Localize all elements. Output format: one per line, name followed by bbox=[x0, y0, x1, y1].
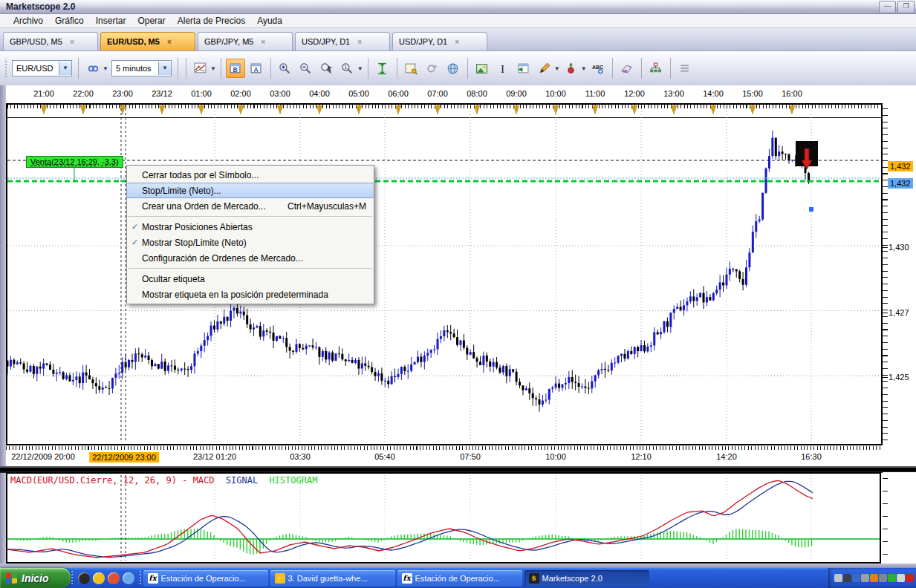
menu-item-operar[interactable]: Operar bbox=[131, 15, 171, 27]
taskbar-button-estaci-n-de-operacio-[interactable]: fxEstación de Operacio... bbox=[397, 570, 522, 587]
context-menu-item[interactable]: ✓Mostrar Stop/Limite (Neto) bbox=[127, 235, 374, 250]
eraser-button[interactable] bbox=[617, 59, 637, 78]
link-chain-button[interactable] bbox=[83, 59, 103, 78]
shield-icon[interactable] bbox=[888, 574, 896, 582]
toolbar-separator bbox=[221, 58, 221, 79]
bid-chart-toggle-button[interactable]: B bbox=[226, 59, 245, 78]
period-combo-dropdown-icon[interactable]: ▼ bbox=[158, 62, 171, 75]
zoom-custom-button[interactable]: 1 bbox=[338, 59, 357, 78]
chart-type-button[interactable] bbox=[191, 59, 210, 78]
menu-item-gráfico[interactable]: Gráfico bbox=[49, 15, 90, 27]
ask-chart-toggle-button[interactable]: A bbox=[247, 59, 266, 78]
tab-usd-jpy-d1[interactable]: USD/JPY, D1× bbox=[392, 32, 487, 50]
marketscope-window: Marketscope 2.0 — ❐ ArchivoGráficoInsert… bbox=[0, 0, 916, 588]
restore-button[interactable]: ❐ bbox=[897, 1, 915, 13]
toolbar-separator bbox=[397, 58, 397, 79]
label-abc-button[interactable]: ABC bbox=[588, 59, 608, 78]
insert-template-button[interactable] bbox=[514, 59, 533, 78]
price-marker-dropdown-icon[interactable]: ▼ bbox=[581, 65, 587, 72]
insert-text-button[interactable]: I bbox=[493, 59, 513, 78]
outlook-icon[interactable] bbox=[123, 572, 134, 584]
context-menu-item[interactable]: Cerrar todas por el Símbolo... bbox=[127, 167, 374, 183]
zoom-custom-dropdown-icon[interactable]: ▼ bbox=[357, 65, 363, 72]
toolbar-separator bbox=[641, 58, 642, 79]
volume-muted-icon[interactable] bbox=[861, 574, 869, 582]
check-icon: ✓ bbox=[131, 238, 142, 247]
price-axis-ticks bbox=[883, 108, 888, 441]
context-menu: Cerrar todas por el Símbolo...Stop/Limit… bbox=[126, 165, 374, 304]
context-menu-item[interactable]: ✓Mostrar Posiciones Abiertas bbox=[127, 219, 374, 235]
taskbar-button-estaci-n-de-operacio-[interactable]: fxEstación de Operacio... bbox=[143, 570, 268, 587]
menu-item-archivo[interactable]: Archivo bbox=[7, 15, 49, 27]
tab-close-icon[interactable]: × bbox=[167, 38, 172, 46]
fit-vertical-button[interactable] bbox=[373, 59, 392, 78]
price-axis[interactable]: 1,4301,4271,4251,4321,432 bbox=[883, 104, 916, 445]
symbol-combo-dropdown-icon[interactable]: ▼ bbox=[59, 62, 71, 75]
context-menu-item[interactable]: Mostrar etiqueta en la posición predeter… bbox=[127, 287, 374, 302]
network-error-icon[interactable] bbox=[852, 574, 860, 582]
svg-text:ABC: ABC bbox=[592, 64, 603, 69]
top-time-axis: 21:0022:0023:0023/1201:0002:0003:0004:00… bbox=[6, 87, 916, 103]
share-disabled-button[interactable] bbox=[423, 59, 442, 78]
position-price-badge: 1,432 bbox=[888, 161, 913, 172]
zoom-select-button[interactable] bbox=[317, 59, 337, 78]
taskbar-button-marketscope-2-0[interactable]: $Marketscope 2.0 bbox=[524, 570, 649, 587]
zoom-out-button[interactable] bbox=[296, 59, 316, 78]
chrome-icon[interactable] bbox=[108, 572, 120, 584]
start-button[interactable]: Inicio bbox=[0, 568, 71, 588]
context-menu-item-label: Ocultar etiqueta bbox=[142, 274, 205, 284]
taskbar-button-3-david-guetta-whe-[interactable]: ⚡3. David guetta-whe... bbox=[270, 570, 395, 587]
volume-icon[interactable] bbox=[870, 574, 878, 582]
alert-icon[interactable] bbox=[906, 574, 914, 582]
winamp-icon[interactable] bbox=[93, 572, 105, 584]
context-menu-item[interactable]: Configuración de Ordenes de Mercado... bbox=[127, 250, 374, 266]
chart-type-dropdown-icon[interactable]: ▼ bbox=[210, 65, 216, 72]
list-options-icon bbox=[678, 62, 691, 75]
tab-close-icon[interactable]: × bbox=[455, 38, 459, 46]
bottom-time-axis[interactable]: 22/12/2009 20:0022/12/2009 23:0023/12 01… bbox=[6, 446, 916, 466]
context-menu-item[interactable]: Crear una Orden de Mercado...Ctrl+Mayusc… bbox=[127, 198, 374, 214]
order-structure-button[interactable] bbox=[646, 59, 666, 78]
symbol-combo[interactable]: EUR/USD▼ bbox=[12, 60, 72, 76]
tab-gbp-jpy-m5[interactable]: GBP/JPY, M5× bbox=[198, 32, 293, 50]
display-icon[interactable] bbox=[834, 574, 842, 582]
draw-pencil-icon bbox=[538, 62, 550, 75]
tab-usd-jpy-d1[interactable]: USD/JPY, D1× bbox=[295, 32, 390, 50]
close-x-icon[interactable] bbox=[843, 574, 851, 582]
draw-pencil-dropdown-icon[interactable]: ▼ bbox=[554, 65, 560, 72]
tab-eur-usd-m5[interactable]: EUR/USD, M5× bbox=[100, 32, 195, 50]
bottom-axis-label: 16:30 bbox=[801, 452, 822, 461]
title-bar[interactable]: Marketscope 2.0 — ❐ bbox=[0, 0, 916, 14]
notes-key-button[interactable] bbox=[402, 59, 421, 78]
menu-item-alerta-de-precios[interactable]: Alerta de Precios bbox=[172, 15, 251, 27]
macd-pane[interactable] bbox=[6, 472, 881, 564]
web-globe-button[interactable] bbox=[444, 59, 463, 78]
context-menu-item[interactable]: Ocultar etiqueta bbox=[127, 271, 374, 287]
minimize-button[interactable]: — bbox=[879, 1, 896, 13]
tab-gbp-usd-m5[interactable]: GBP/USD, M5× bbox=[3, 32, 98, 50]
menu-item-ayuda[interactable]: Ayuda bbox=[251, 15, 288, 27]
tab-close-icon[interactable]: × bbox=[70, 38, 74, 46]
period-combo[interactable]: 5 minutos▼ bbox=[111, 60, 172, 76]
media-player-icon[interactable] bbox=[78, 572, 90, 584]
context-menu-shortcut: Ctrl+Mayusculas+M bbox=[273, 201, 366, 212]
signal-icon[interactable] bbox=[897, 574, 905, 582]
tab-close-icon[interactable]: × bbox=[357, 38, 362, 46]
insert-image-button[interactable] bbox=[472, 59, 492, 78]
open-position-label[interactable]: Venta(23/12 16:29, -3,3) bbox=[26, 156, 123, 168]
task-button-icon: $ bbox=[529, 573, 539, 584]
context-menu-item-label: Mostrar etiqueta en la posición predeter… bbox=[142, 290, 328, 300]
blocked-icon[interactable] bbox=[879, 574, 887, 582]
price-grid-label: 1,425 bbox=[889, 373, 909, 382]
context-menu-item-label: Crear una Orden de Mercado... bbox=[142, 201, 266, 212]
draw-pencil-button[interactable] bbox=[535, 59, 554, 78]
tab-label: USD/JPY, D1 bbox=[302, 37, 350, 46]
price-marker-button[interactable] bbox=[562, 59, 581, 78]
zoom-in-button[interactable] bbox=[276, 59, 295, 78]
list-options-button[interactable] bbox=[675, 59, 695, 78]
context-menu-item[interactable]: Stop/Limite (Neto)... bbox=[127, 183, 374, 198]
menu-item-insertar[interactable]: Insertar bbox=[90, 15, 132, 27]
toolbar-grip[interactable] bbox=[4, 59, 7, 78]
tab-close-icon[interactable]: × bbox=[261, 38, 265, 46]
link-chain-dropdown-icon[interactable]: ▼ bbox=[103, 65, 108, 72]
